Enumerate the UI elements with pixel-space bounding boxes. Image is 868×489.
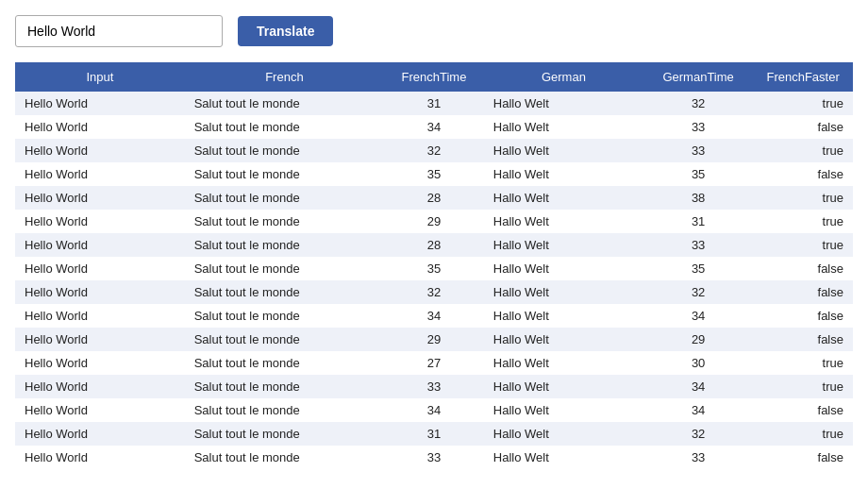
cell-row10-col2: 29 <box>384 328 484 351</box>
cell-row9-col5: false <box>753 304 853 328</box>
cell-row11-col5: true <box>753 351 853 375</box>
cell-row10-col1: Salut tout le monde <box>185 328 384 351</box>
cell-row6-col0: Hello World <box>15 233 185 257</box>
cell-row0-col4: 32 <box>643 92 753 115</box>
table-row: Hello WorldSalut tout le monde32Hallo We… <box>15 139 853 162</box>
cell-row13-col3: Hallo Welt <box>484 398 643 422</box>
cell-row12-col3: Hallo Welt <box>484 375 643 398</box>
cell-row3-col1: Salut tout le monde <box>185 162 384 186</box>
cell-row9-col4: 34 <box>643 304 753 328</box>
table-row: Hello WorldSalut tout le monde34Hallo We… <box>15 398 853 422</box>
cell-row5-col4: 31 <box>643 210 753 233</box>
cell-row0-col5: true <box>753 92 853 115</box>
cell-row5-col1: Salut tout le monde <box>185 210 384 233</box>
cell-row11-col1: Salut tout le monde <box>185 351 384 375</box>
cell-row2-col2: 32 <box>384 139 484 162</box>
table-row: Hello WorldSalut tout le monde28Hallo We… <box>15 186 853 210</box>
cell-row13-col5: false <box>753 398 853 422</box>
cell-row15-col1: Salut tout le monde <box>185 446 384 469</box>
cell-row2-col4: 33 <box>643 139 753 162</box>
cell-row5-col3: Hallo Welt <box>484 210 643 233</box>
cell-row14-col5: true <box>753 422 853 446</box>
cell-row0-col1: Salut tout le monde <box>185 92 384 115</box>
cell-row12-col2: 33 <box>384 375 484 398</box>
cell-row8-col3: Hallo Welt <box>484 280 643 304</box>
cell-row7-col2: 35 <box>384 257 484 280</box>
cell-row4-col3: Hallo Welt <box>484 186 643 210</box>
table-row: Hello WorldSalut tout le monde31Hallo We… <box>15 92 853 115</box>
cell-row14-col4: 32 <box>643 422 753 446</box>
cell-row5-col0: Hello World <box>15 210 185 233</box>
cell-row7-col4: 35 <box>643 257 753 280</box>
cell-row4-col2: 28 <box>384 186 484 210</box>
cell-row7-col3: Hallo Welt <box>484 257 643 280</box>
translate-button[interactable]: Translate <box>238 16 333 46</box>
cell-row4-col1: Salut tout le monde <box>185 186 384 210</box>
cell-row11-col4: 30 <box>643 351 753 375</box>
search-input[interactable] <box>15 15 223 47</box>
cell-row12-col1: Salut tout le monde <box>185 375 384 398</box>
cell-row15-col0: Hello World <box>15 446 185 469</box>
cell-row3-col4: 35 <box>643 162 753 186</box>
cell-row6-col1: Salut tout le monde <box>185 233 384 257</box>
cell-row1-col5: false <box>753 115 853 139</box>
cell-row1-col2: 34 <box>384 115 484 139</box>
cell-row1-col4: 33 <box>643 115 753 139</box>
table-row: Hello WorldSalut tout le monde34Hallo We… <box>15 115 853 139</box>
cell-row8-col2: 32 <box>384 280 484 304</box>
cell-row4-col5: true <box>753 186 853 210</box>
col-header-french-faster: FrenchFaster <box>753 62 853 92</box>
col-header-german: German <box>484 62 643 92</box>
table-row: Hello WorldSalut tout le monde27Hallo We… <box>15 351 853 375</box>
cell-row3-col0: Hello World <box>15 162 185 186</box>
cell-row12-col5: true <box>753 375 853 398</box>
cell-row8-col1: Salut tout le monde <box>185 280 384 304</box>
cell-row10-col0: Hello World <box>15 328 185 351</box>
cell-row0-col2: 31 <box>384 92 484 115</box>
cell-row3-col3: Hallo Welt <box>484 162 643 186</box>
cell-row13-col2: 34 <box>384 398 484 422</box>
table-row: Hello WorldSalut tout le monde31Hallo We… <box>15 422 853 446</box>
cell-row11-col3: Hallo Welt <box>484 351 643 375</box>
cell-row6-col4: 33 <box>643 233 753 257</box>
cell-row6-col3: Hallo Welt <box>484 233 643 257</box>
cell-row7-col0: Hello World <box>15 257 185 280</box>
cell-row8-col4: 32 <box>643 280 753 304</box>
table-row: Hello WorldSalut tout le monde33Hallo We… <box>15 375 853 398</box>
cell-row13-col1: Salut tout le monde <box>185 398 384 422</box>
cell-row13-col0: Hello World <box>15 398 185 422</box>
cell-row2-col5: true <box>753 139 853 162</box>
cell-row7-col1: Salut tout le monde <box>185 257 384 280</box>
cell-row9-col0: Hello World <box>15 304 185 328</box>
cell-row15-col2: 33 <box>384 446 484 469</box>
cell-row14-col0: Hello World <box>15 422 185 446</box>
cell-row0-col3: Hallo Welt <box>484 92 643 115</box>
cell-row13-col4: 34 <box>643 398 753 422</box>
cell-row9-col2: 34 <box>384 304 484 328</box>
cell-row10-col3: Hallo Welt <box>484 328 643 351</box>
table-header-row: Input French FrenchTime German GermanTim… <box>15 62 853 92</box>
cell-row15-col4: 33 <box>643 446 753 469</box>
cell-row10-col5: false <box>753 328 853 351</box>
cell-row4-col4: 38 <box>643 186 753 210</box>
cell-row1-col0: Hello World <box>15 115 185 139</box>
cell-row11-col0: Hello World <box>15 351 185 375</box>
cell-row5-col5: true <box>753 210 853 233</box>
cell-row5-col2: 29 <box>384 210 484 233</box>
table-row: Hello WorldSalut tout le monde28Hallo We… <box>15 233 853 257</box>
cell-row9-col1: Salut tout le monde <box>185 304 384 328</box>
cell-row8-col5: false <box>753 280 853 304</box>
col-header-input: Input <box>15 62 185 92</box>
top-bar: Translate <box>15 15 853 47</box>
cell-row14-col1: Salut tout le monde <box>185 422 384 446</box>
table-row: Hello WorldSalut tout le monde34Hallo We… <box>15 304 853 328</box>
cell-row11-col2: 27 <box>384 351 484 375</box>
cell-row4-col0: Hello World <box>15 186 185 210</box>
cell-row7-col5: false <box>753 257 853 280</box>
table-row: Hello WorldSalut tout le monde35Hallo We… <box>15 257 853 280</box>
cell-row2-col0: Hello World <box>15 139 185 162</box>
col-header-french: French <box>185 62 384 92</box>
results-table: Input French FrenchTime German GermanTim… <box>15 62 853 469</box>
cell-row1-col3: Hallo Welt <box>484 115 643 139</box>
cell-row14-col3: Hallo Welt <box>484 422 643 446</box>
